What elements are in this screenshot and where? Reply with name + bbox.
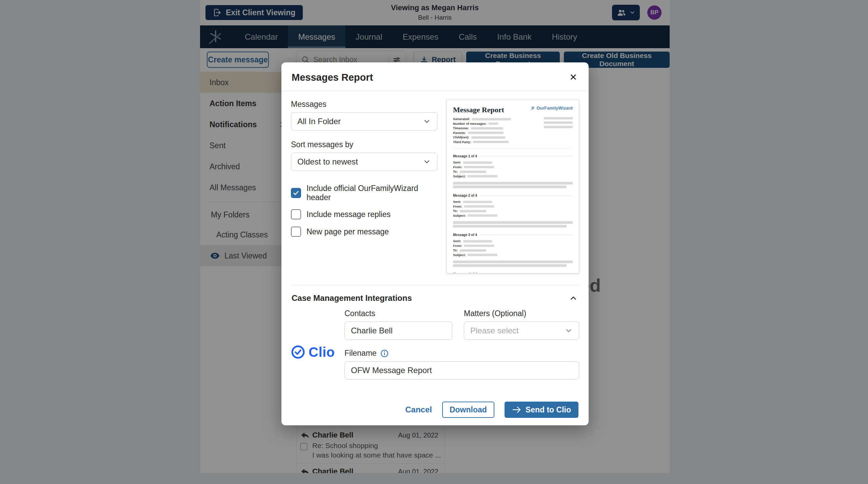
option-new-page[interactable]: New page per message — [291, 227, 437, 237]
preview-message-title: Message 1 of 4 — [453, 154, 477, 158]
preview-meta-label: Number of messages: — [453, 122, 487, 125]
contacts-value[interactable] — [351, 326, 446, 335]
messages-select-label: Messages — [291, 100, 437, 109]
preview-brand-text: OurFamilyWizard — [536, 105, 573, 111]
preview-message-section: Message 2 of 4 Sent: From: To: Subject: — [453, 194, 573, 228]
chevron-down-icon — [423, 117, 431, 125]
modal-header: Messages Report ✕ — [281, 62, 589, 91]
integrations-heading: Case Management Integrations — [292, 293, 412, 303]
modal-title: Messages Report — [292, 72, 373, 83]
filename-value[interactable] — [351, 366, 573, 375]
download-button[interactable]: Download — [442, 402, 494, 418]
option-include-replies[interactable]: Include message replies — [291, 209, 437, 219]
messages-select-value: All In Folder — [297, 117, 341, 126]
preview-message-section: Message 4 of 4 Sent: From: To: Subject: — [453, 272, 573, 273]
preview-brand: OurFamilyWizard — [531, 105, 573, 111]
modal-footer: Cancel Download Send to Clio — [405, 402, 578, 418]
matters-select[interactable]: Please select — [464, 322, 579, 340]
clio-check-icon — [291, 345, 305, 359]
check-icon — [293, 190, 299, 196]
arrow-right-icon — [512, 406, 521, 413]
preview-message-title: Message 2 of 4 — [453, 194, 477, 197]
modal-body: Messages All In Folder Sort messages by … — [281, 91, 589, 273]
info-icon[interactable] — [380, 349, 389, 358]
sort-select-label: Sort messages by — [291, 140, 437, 149]
preview-meta-label: Child(ren): — [453, 135, 469, 139]
report-options: Include official OurFamilyWizard header … — [291, 184, 437, 237]
screen: Exit Client Viewing Viewing as Megan Har… — [0, 0, 868, 484]
send-to-clio-button[interactable]: Send to Clio — [505, 402, 578, 418]
checkbox-label: New page per message — [307, 227, 389, 236]
matters-label: Matters (Optional) — [464, 309, 579, 318]
preview-title: Message Report — [453, 105, 504, 114]
messages-report-modal: Messages Report ✕ Messages All In Folder… — [281, 62, 589, 425]
preview-message-section: Message 1 of 4 Sent: From: To: Subject: — [453, 154, 573, 188]
messages-select[interactable]: All In Folder — [291, 112, 437, 131]
contacts-input[interactable] — [344, 322, 452, 340]
preview-meta-label: Timezone: — [453, 126, 469, 130]
contacts-label: Contacts — [344, 309, 452, 318]
clio-wordmark: Clio — [309, 345, 335, 360]
chevron-down-icon — [423, 158, 431, 166]
integrations-header[interactable]: Case Management Integrations — [291, 285, 579, 309]
preview-meta-label: Generated: — [453, 117, 470, 121]
chevron-up-icon[interactable] — [569, 294, 578, 303]
checkbox[interactable] — [291, 209, 301, 219]
preview-message-section: Message 3 of 4 Sent: From: To: Subject: — [453, 233, 573, 267]
preview-message-title: Message 4 of 4 — [453, 272, 477, 273]
checkbox[interactable] — [291, 227, 301, 237]
checkbox[interactable] — [291, 188, 301, 198]
preview-meta-bars — [544, 117, 573, 144]
matters-placeholder: Please select — [470, 326, 519, 335]
chevron-down-icon — [565, 327, 573, 335]
case-management-integrations: Case Management Integrations Clio Contac… — [291, 285, 579, 380]
filename-label: Filename — [344, 349, 377, 358]
close-icon[interactable]: ✕ — [569, 73, 577, 82]
sort-select[interactable]: Oldest to newest — [291, 153, 437, 171]
integrations-body: Clio Contacts Matters (Optional) — [291, 309, 579, 380]
report-preview: Message Report OurFamilyWizard Generated… — [447, 100, 579, 273]
filename-input[interactable] — [344, 361, 579, 380]
checkbox-label: Include official OurFamilyWizard header — [307, 184, 437, 202]
report-form: Messages All In Folder Sort messages by … — [291, 100, 437, 273]
ofw-logo-icon — [531, 106, 535, 110]
clio-logo: Clio — [291, 325, 344, 380]
option-include-header[interactable]: Include official OurFamilyWizard header — [291, 184, 437, 202]
cancel-button[interactable]: Cancel — [405, 405, 432, 414]
preview-message-title: Message 3 of 4 — [453, 233, 477, 237]
send-to-clio-label: Send to Clio — [526, 405, 571, 414]
preview-meta-label: Third Party: — [453, 140, 471, 144]
sort-select-value: Oldest to newest — [297, 157, 358, 167]
preview-meta-label: Parents: — [453, 131, 466, 135]
checkbox-label: Include message replies — [307, 210, 391, 219]
